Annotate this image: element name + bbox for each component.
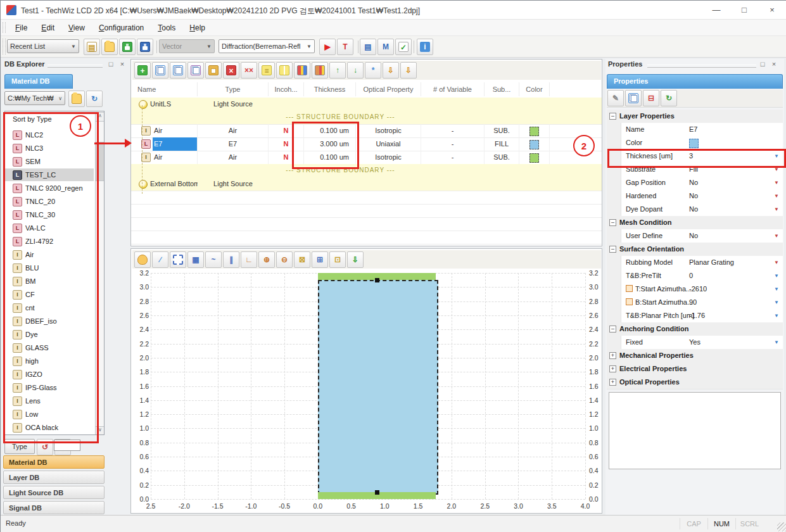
- property-value[interactable]: No: [689, 232, 698, 239]
- property-value[interactable]: Fill: [689, 165, 698, 173]
- table-row-external-bottom[interactable]: External BottomLight Source: [131, 177, 602, 191]
- expand-icon[interactable]: +: [609, 365, 616, 372]
- menu-configuration[interactable]: Configuration: [92, 20, 151, 36]
- info-icon[interactable]: i: [417, 39, 433, 55]
- export-window-icon[interactable]: ⊟: [643, 90, 659, 106]
- layer-incoherent[interactable]: N: [269, 124, 304, 137]
- layer-optical-property[interactable]: Uniaxial: [356, 137, 421, 151]
- split-note-icon[interactable]: [276, 62, 293, 79]
- list-item-glass[interactable]: IGLASS: [5, 341, 94, 354]
- selection-handle[interactable]: [375, 490, 379, 495]
- save-all-icon[interactable]: [137, 39, 153, 55]
- collapse-icon[interactable]: –: [609, 246, 616, 253]
- property-row-hardened[interactable]: HardenedNo▼: [607, 189, 783, 203]
- checklist-icon[interactable]: ✓: [395, 39, 412, 55]
- property-row-user-define[interactable]: User DefineNo▼: [607, 229, 783, 243]
- layer-color-swatch[interactable]: [529, 153, 539, 163]
- column-header-type[interactable]: Type: [198, 82, 269, 96]
- layer-name[interactable]: Air: [153, 124, 198, 137]
- dropdown-arrow-icon[interactable]: ▼: [774, 260, 779, 265]
- column-header-ofvariable[interactable]: # of Variable: [421, 82, 485, 96]
- pan-hand-icon[interactable]: [134, 251, 151, 268]
- run-icon[interactable]: ▶: [319, 39, 336, 55]
- property-value[interactable]: No: [689, 205, 698, 213]
- list-item-cf[interactable]: ICF: [5, 288, 94, 301]
- dropdown-arrow-icon[interactable]: ▼: [774, 286, 779, 292]
- export-view-icon[interactable]: ⇩: [347, 251, 364, 268]
- db-tab-signal-db[interactable]: Signal DB: [3, 501, 105, 514]
- list-item-tnlc_20[interactable]: LTNLC_20: [5, 195, 94, 208]
- column-header-thickness[interactable]: Thickness: [304, 82, 356, 96]
- open-folder-icon[interactable]: [101, 39, 118, 55]
- close-panel-icon[interactable]: ×: [117, 60, 127, 70]
- layer-thickness[interactable]: 0.100 um: [304, 151, 356, 164]
- menu-view[interactable]: View: [61, 20, 92, 36]
- dropdown-arrow-icon[interactable]: ▼: [774, 313, 779, 319]
- refresh-icon[interactable]: ↻: [86, 91, 103, 107]
- property-value[interactable]: E7: [689, 125, 697, 133]
- layer-color-swatch[interactable]: [529, 127, 539, 136]
- dropdown-arrow-icon[interactable]: ▼: [774, 233, 779, 239]
- paste-icon[interactable]: [205, 62, 222, 79]
- list-item-va-lc[interactable]: LVA-LC: [5, 222, 94, 234]
- property-row-substrate[interactable]: SubstrateFill▼: [607, 163, 783, 177]
- layer-incoherent[interactable]: N: [269, 151, 304, 164]
- db-tab-layer-db[interactable]: Layer DB: [3, 471, 105, 484]
- property-value[interactable]: -1.76: [689, 312, 705, 319]
- table-row-air[interactable]: IAirAirN0.100 umIsotropic-SUB.: [131, 151, 602, 165]
- diffraction-combo[interactable]: Diffraction(Berreman-Refl▼: [219, 39, 315, 53]
- layer-variables[interactable]: -: [421, 124, 485, 137]
- list-item-sem[interactable]: LSEM: [5, 155, 94, 168]
- list-item-low[interactable]: ILow: [5, 408, 94, 421]
- float-panel-icon[interactable]: □: [106, 60, 116, 70]
- property-value[interactable]: 90: [689, 298, 697, 306]
- material-search-input[interactable]: [54, 440, 80, 451]
- layer-incoherent[interactable]: N: [269, 137, 304, 151]
- property-row-rubbing-model[interactable]: Rubbing ModelPlanar Grating▼: [607, 256, 783, 270]
- dropdown-arrow-icon[interactable]: ▼: [774, 180, 779, 186]
- dock-window-icon[interactable]: [625, 90, 642, 106]
- collapse-icon[interactable]: –: [609, 113, 616, 120]
- table-row-air[interactable]: IAirAirN0.100 umIsotropic-SUB.: [131, 124, 602, 138]
- layer-name[interactable]: E7: [153, 137, 198, 151]
- column-header-sub[interactable]: Sub...: [485, 82, 519, 96]
- delete-row-icon[interactable]: ×: [223, 62, 239, 79]
- property-row-fixed[interactable]: FixedYes▼: [607, 336, 783, 350]
- list-item-nlc3[interactable]: LNLC3: [5, 142, 94, 155]
- layer-color-cell[interactable]: [519, 151, 550, 164]
- property-row-dye-dopant[interactable]: Dye DopantNo▼: [607, 203, 783, 217]
- layer-type[interactable]: Air: [198, 124, 269, 137]
- db-path-combo[interactable]: C:₩My Tech₩∨: [4, 91, 65, 105]
- dropdown-arrow-icon[interactable]: ▼: [774, 339, 779, 345]
- merge-icon[interactable]: *: [365, 62, 381, 79]
- copy-append-icon[interactable]: [170, 62, 186, 79]
- layer-thickness[interactable]: 0.100 um: [304, 124, 356, 137]
- list-item-dbef_iso[interactable]: IDBEF_iso: [5, 315, 94, 327]
- add-row-icon[interactable]: +: [134, 62, 151, 79]
- list-item-test_lc[interactable]: LTEST_LC: [5, 168, 94, 181]
- menu-help[interactable]: Help: [182, 20, 212, 36]
- scrollbar-thumb[interactable]: [95, 142, 105, 181]
- menu-tools[interactable]: Tools: [151, 20, 182, 36]
- property-row-b-start-azimutha-[interactable]: B:Start Azimutha...90▼: [607, 296, 783, 310]
- dropdown-arrow-icon[interactable]: ▼: [774, 153, 779, 159]
- expand-icon[interactable]: +: [609, 379, 616, 386]
- measure-icon[interactable]: ∕: [152, 251, 168, 268]
- list-item-high[interactable]: Ihigh: [5, 355, 94, 367]
- list-item-bm[interactable]: IBM: [5, 275, 94, 288]
- browse-folder-icon[interactable]: [68, 91, 85, 107]
- structure-3d-icon[interactable]: ▤: [360, 39, 376, 55]
- save-icon[interactable]: [119, 39, 136, 55]
- maximize-icon[interactable]: □: [732, 3, 757, 17]
- property-value[interactable]: Planar Grating: [689, 258, 734, 266]
- new-file-icon[interactable]: ▤: [84, 39, 100, 55]
- layer-variables[interactable]: -: [421, 151, 485, 164]
- scroll-down-arrow[interactable]: ∨: [95, 426, 105, 435]
- list-item-zli-4792[interactable]: LZLI-4792: [5, 235, 94, 248]
- collapse-icon[interactable]: –: [609, 219, 616, 226]
- zoom-fit-icon[interactable]: ⊠: [294, 251, 310, 268]
- layer-type[interactable]: E7: [198, 137, 269, 151]
- table-row-boundary[interactable]: --- STRUCTURE BOUNDARY ---: [131, 111, 602, 125]
- layer-optical-property[interactable]: Isotropic: [356, 124, 421, 137]
- axis-icon[interactable]: ∟: [241, 251, 257, 268]
